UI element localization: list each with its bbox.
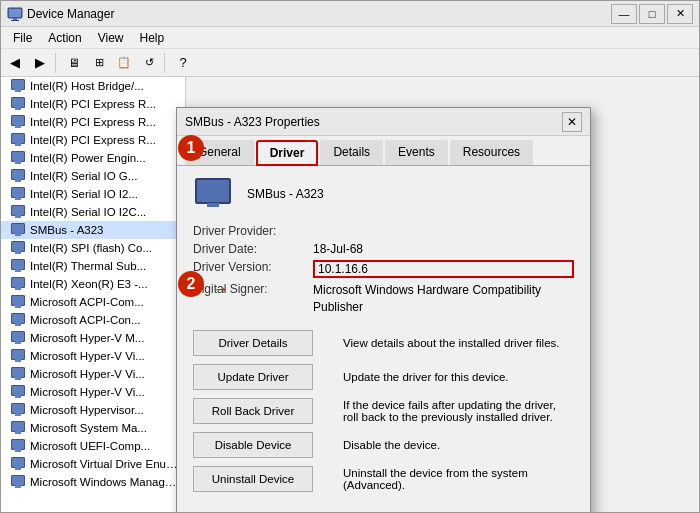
window-title: Device Manager [27,7,611,21]
rollback-driver-button[interactable]: Roll Back Driver [193,398,313,424]
tree-item[interactable]: Intel(R) PCI Express R... [1,95,185,113]
device-display-name: SMBus - A323 [247,187,324,201]
maximize-button[interactable]: □ [639,4,665,24]
tree-item[interactable]: Microsoft Hyper-V M... [1,329,185,347]
tree-label: Intel(R) Serial IO G... [30,170,137,182]
device-icon [11,133,27,147]
toolbar-scan[interactable]: ⊞ [87,52,111,74]
tree-item[interactable]: Microsoft Hyper-V Vi... [1,347,185,365]
tree-item[interactable]: Intel(R) Power Engin... [1,149,185,167]
tab-driver[interactable]: Driver [256,140,319,166]
dialog-titlebar: SMBus - A323 Properties ✕ [177,108,590,136]
svg-rect-2 [11,20,19,21]
tree-item[interactable]: Intel(R) Xeon(R) E3 -... [1,275,185,293]
tree-label: Microsoft System Ma... [30,422,147,434]
tab-bar: General Driver Details Events Resources [177,136,590,166]
device-icon [11,313,27,327]
dialog-title: SMBus - A323 Properties [185,115,562,129]
tab-resources[interactable]: Resources [450,140,533,165]
menu-file[interactable]: File [5,29,40,47]
smbus-tree-item[interactable]: SMBus - A323 [1,221,185,239]
uninstall-device-button[interactable]: Uninstall Device [193,466,313,492]
tree-item[interactable]: Microsoft ACPI-Con... [1,311,185,329]
tree-label: Intel(R) PCI Express R... [30,116,156,128]
tree-item[interactable]: Intel(R) PCI Express R... [1,113,185,131]
tree-item[interactable]: Intel(R) Serial IO I2C... [1,203,185,221]
toolbar-props[interactable]: 📋 [112,52,136,74]
tree-item[interactable]: Microsoft ACPI-Com... [1,293,185,311]
tree-label: SMBus - A323 [30,224,104,236]
tree-item[interactable]: Intel(R) Serial IO G... [1,167,185,185]
device-icon [11,457,27,471]
device-icon [11,403,27,417]
tree-label: Intel(R) Thermal Sub... [30,260,146,272]
device-icon [11,223,27,237]
tree-label: Microsoft ACPI-Com... [30,296,144,308]
menu-bar: File Action View Help [1,27,699,49]
device-icon [11,277,27,291]
device-icon [11,151,27,165]
menu-action[interactable]: Action [40,29,89,47]
tree-item[interactable]: Intel(R) Serial IO I2... [1,185,185,203]
update-driver-desc: Update the driver for this device. [333,364,574,390]
menu-help[interactable]: Help [132,29,173,47]
device-icon [11,97,27,111]
step-2-arrow: → [211,279,229,300]
tree-item[interactable]: Microsoft Hyper-V Vi... [1,383,185,401]
app-icon [7,6,23,22]
device-tree[interactable]: Intel(R) Host Bridge/... Intel(R) PCI Ex… [1,77,186,512]
tree-item[interactable]: Microsoft Virtual Drive Enumerator [1,455,185,473]
toolbar-separator-1 [55,53,59,73]
disable-device-button[interactable]: Disable Device [193,432,313,458]
window-controls: — □ ✕ [611,4,693,24]
title-bar: Device Manager — □ ✕ [1,1,699,27]
toolbar-back[interactable]: ◀ [3,52,27,74]
dialog-body: SMBus - A323 Driver Provider: Driver Dat… [177,166,590,512]
tree-item[interactable]: Intel(R) PCI Express R... [1,131,185,149]
device-icon [11,169,27,183]
provider-label: Driver Provider: [193,224,313,238]
svg-rect-3 [9,9,21,17]
device-header: SMBus - A323 [193,178,574,210]
device-icon [11,475,27,489]
device-icon [11,259,27,273]
toolbar-home[interactable]: 🖥 [62,52,86,74]
menu-view[interactable]: View [90,29,132,47]
device-icon [11,187,27,201]
driver-details-button[interactable]: Driver Details [193,330,313,356]
tree-label: Microsoft ACPI-Con... [30,314,141,326]
step-1-badge: 1 [178,135,204,161]
tree-item[interactable]: Microsoft Hypervisor... [1,401,185,419]
dialog-close-button[interactable]: ✕ [562,112,582,132]
close-button[interactable]: ✕ [667,4,693,24]
tree-item[interactable]: Intel(R) Thermal Sub... [1,257,185,275]
properties-dialog: SMBus - A323 Properties ✕ General Driver… [176,107,591,512]
device-icon [11,349,27,363]
signer-value: Microsoft Windows Hardware Compatibility… [313,282,574,316]
tree-label: Microsoft Hypervisor... [30,404,144,416]
tree-label: Microsoft UEFI-Comp... [30,440,150,452]
device-icon [11,385,27,399]
device-icon [11,331,27,345]
content-area: Intel(R) Host Bridge/... Intel(R) PCI Ex… [1,77,699,512]
tree-item[interactable]: Microsoft Windows Management Interface f… [1,473,185,491]
device-icon [11,241,27,255]
tree-label: Intel(R) PCI Express R... [30,98,156,110]
tree-label: Intel(R) Serial IO I2C... [30,206,146,218]
toolbar-help[interactable]: ? [171,52,195,74]
tab-details[interactable]: Details [320,140,383,165]
tree-item[interactable]: Intel(R) SPI (flash) Co... [1,239,185,257]
tree-item[interactable]: Microsoft System Ma... [1,419,185,437]
tree-item[interactable]: Intel(R) Host Bridge/... [1,77,185,95]
tab-events[interactable]: Events [385,140,448,165]
tree-label: Microsoft Hyper-V Vi... [30,368,145,380]
minimize-button[interactable]: — [611,4,637,24]
tree-label: Intel(R) Serial IO I2... [30,188,138,200]
device-icon [11,421,27,435]
tree-item[interactable]: Microsoft Hyper-V Vi... [1,365,185,383]
date-label: Driver Date: [193,242,313,256]
update-driver-button[interactable]: Update Driver [193,364,313,390]
toolbar-refresh[interactable]: ↺ [137,52,161,74]
toolbar-forward[interactable]: ▶ [28,52,52,74]
tree-item[interactable]: Microsoft UEFI-Comp... [1,437,185,455]
